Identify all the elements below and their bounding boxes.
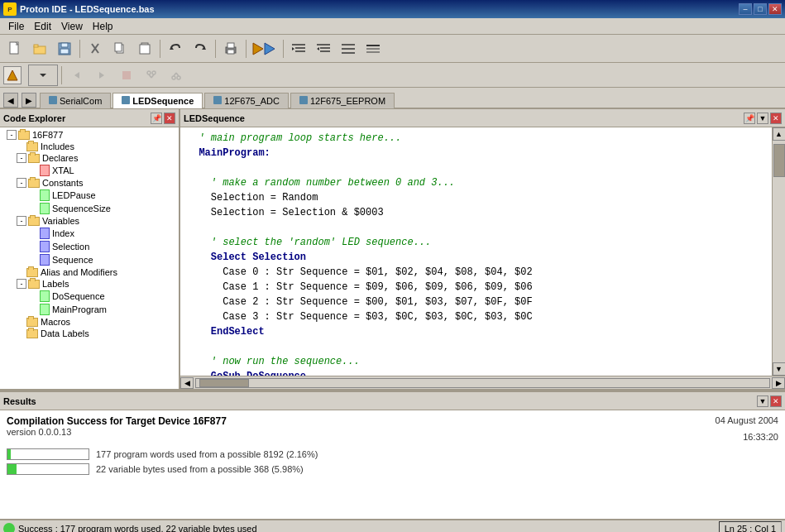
window-title: Proton IDE - LEDSequence.bas (20, 4, 155, 14)
code-line-6: Selection = Selection & $0003 (187, 205, 765, 220)
tree-item-variables[interactable]: - Variables (0, 215, 179, 227)
svg-rect-11 (140, 45, 150, 54)
editor-buttons: 📌 ▼ ✕ (744, 113, 782, 124)
tree-item-16f877[interactable]: - 16F877 (0, 129, 179, 141)
close-button[interactable]: ✕ (768, 3, 782, 15)
tab-serialcom[interactable]: SerialCom (40, 93, 111, 108)
editor-vscrollbar: ▲ ▼ (772, 127, 785, 376)
status-text: Success : 177 program words used, 22 var… (18, 524, 257, 532)
folder-icon-includes (26, 142, 38, 151)
code-explorer-panel: Code Explorer 📌 ✕ - 16F877 Includes (0, 109, 180, 389)
tab-12f675-adc[interactable]: 12F675_ADC (204, 93, 289, 108)
save-button[interactable] (53, 38, 76, 60)
scroll-thumb[interactable] (773, 144, 785, 177)
results-panel: Results ▼ ✕ Compilation Success for Targ… (0, 391, 785, 519)
ed-close[interactable]: ✕ (770, 113, 782, 124)
scroll-up-button[interactable]: ▲ (773, 127, 786, 141)
tb2-stop[interactable] (115, 65, 138, 86)
code-content[interactable]: ' main program loop starts here... MainP… (180, 127, 772, 376)
svg-line-45 (176, 73, 179, 76)
collapse-button[interactable] (361, 38, 385, 60)
expand-button[interactable] (337, 38, 360, 60)
tab-bar: ◀ ▶ SerialCom LEDSequence 12F675_ADC 12F… (0, 88, 785, 109)
editor-hscrollbar[interactable]: ◀ ▶ (180, 376, 785, 389)
hscroll-thumb[interactable] (199, 379, 249, 387)
svg-rect-5 (60, 49, 69, 54)
maximize-button[interactable]: □ (754, 3, 767, 15)
compile-button[interactable] (250, 38, 280, 60)
tab-fwd-button[interactable]: ▶ (22, 93, 36, 108)
redo-button[interactable] (189, 38, 212, 60)
copy-button[interactable] (108, 38, 132, 60)
menu-view[interactable]: View (56, 19, 88, 34)
tree-item-alias[interactable]: Alias and Modifiers (0, 266, 179, 278)
scroll-track[interactable] (773, 141, 785, 362)
hscroll-track[interactable] (195, 378, 770, 388)
label-constants: Constants (42, 178, 84, 188)
expand-constants[interactable]: - (17, 178, 26, 188)
tree-item-dosequence[interactable]: DoSequence (0, 290, 179, 303)
paste-button[interactable] (133, 38, 156, 60)
tb2-scissors[interactable] (140, 65, 163, 86)
indent-button[interactable] (287, 38, 310, 60)
new-button[interactable] (3, 38, 26, 60)
tab-back-button[interactable]: ◀ (3, 93, 18, 108)
expand-declares[interactable]: - (17, 153, 26, 163)
progress-bar-2 (7, 463, 89, 475)
results-dropdown[interactable]: ▼ (757, 395, 768, 407)
label-declares: Declares (42, 153, 78, 163)
open-button[interactable] (28, 38, 51, 60)
tree-item-datalabels[interactable]: Data Labels (0, 328, 179, 339)
scroll-down-button[interactable]: ▼ (773, 362, 786, 376)
code-line-12: Case 2 : Str Sequence = $00, $01, $03, $… (187, 295, 765, 309)
tree-item-constants[interactable]: - Constants (0, 177, 179, 189)
undo-button[interactable] (164, 38, 187, 60)
menu-help[interactable]: Help (88, 19, 118, 34)
svg-point-42 (172, 76, 175, 79)
tree-item-macros[interactable]: Macros (0, 316, 179, 328)
ed-dropdown[interactable]: ▼ (757, 113, 768, 124)
cut-button[interactable] (84, 38, 107, 60)
expand-labels[interactable]: - (17, 279, 26, 289)
hscroll-left-button[interactable]: ◀ (180, 377, 194, 389)
file-icon-sequence (40, 254, 50, 266)
folder-icon-16f877 (18, 131, 30, 140)
ce-close-button[interactable]: ✕ (164, 113, 175, 124)
svg-point-38 (147, 71, 151, 74)
tab-12f675-eeprom[interactable]: 12F675_EEPROM (290, 93, 395, 108)
tree-item-declares[interactable]: - Declares (0, 152, 179, 164)
editor-title: LEDSequence (184, 113, 245, 123)
svg-point-43 (177, 76, 180, 79)
tree-item-sequencesize[interactable]: SequenceSize (0, 202, 179, 215)
tab-ledsequence[interactable]: LEDSequence (112, 93, 203, 108)
tree-item-labels[interactable]: - Labels (0, 278, 179, 290)
menu-edit[interactable]: Edit (29, 19, 56, 34)
ce-pin-button[interactable]: 📌 (151, 113, 162, 124)
print-button[interactable] (219, 38, 242, 60)
ed-btn1[interactable]: 📌 (744, 113, 755, 124)
tb2-scissors2[interactable] (165, 65, 188, 86)
tree-item-includes[interactable]: Includes (0, 141, 179, 152)
outdent-button[interactable] (312, 38, 335, 60)
sep6 (61, 66, 62, 84)
expand-variables[interactable]: - (17, 216, 26, 226)
titlebar: P Proton IDE - LEDSequence.bas – □ ✕ (0, 0, 785, 18)
hscroll-right-button[interactable]: ▶ (772, 377, 785, 389)
tb2-btn1[interactable] (3, 66, 22, 84)
tree-item-mainprogram[interactable]: MainProgram (0, 303, 179, 316)
tree-item-selection[interactable]: Selection (0, 240, 179, 253)
svg-rect-2 (34, 45, 38, 47)
tb2-dropdown[interactable] (28, 65, 58, 86)
tree-item-sequence[interactable]: Sequence (0, 253, 179, 266)
svg-marker-22 (292, 47, 294, 50)
menu-file[interactable]: File (3, 19, 29, 34)
results-close[interactable]: ✕ (770, 395, 782, 407)
expand-16f877[interactable]: - (7, 130, 17, 140)
tree-item-index[interactable]: Index (0, 227, 179, 240)
tb2-back[interactable] (65, 65, 89, 86)
tb2-fwd[interactable] (90, 65, 113, 86)
separator-4 (246, 40, 247, 58)
minimize-button[interactable]: – (739, 3, 752, 15)
tree-item-ledpause[interactable]: LEDPause (0, 189, 179, 202)
tree-item-xtal[interactable]: XTAL (0, 164, 179, 177)
